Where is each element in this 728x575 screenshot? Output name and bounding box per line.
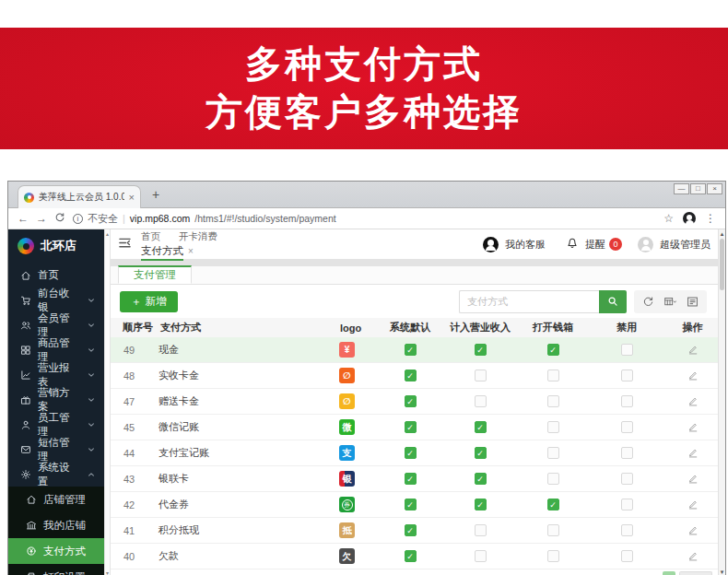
sidebar-subitem-0[interactable]: 店铺管理 xyxy=(8,487,104,512)
search-input[interactable] xyxy=(459,290,599,313)
scroll-down-icon[interactable]: ▾ xyxy=(721,569,724,575)
sidebar-item-0[interactable]: 首页 xyxy=(8,263,104,288)
search-button[interactable] xyxy=(599,290,627,313)
pagination-partial-active[interactable] xyxy=(663,571,675,575)
open-drawer-checkbox[interactable]: ✓ xyxy=(547,499,559,510)
sidebar-item-7[interactable]: 短信管理 xyxy=(8,437,104,462)
system-default-checkbox[interactable]: ✓ xyxy=(405,524,417,536)
system-default-checkbox[interactable]: ✓ xyxy=(405,447,417,459)
top-nav-link-1[interactable]: 开卡消费 xyxy=(179,230,217,242)
sidebar-item-6[interactable]: 员工管理 xyxy=(8,412,104,437)
count-revenue-checkbox[interactable] xyxy=(475,524,487,536)
open-drawer-checkbox[interactable] xyxy=(547,370,559,381)
open-drawer-checkbox[interactable]: ✓ xyxy=(547,344,559,356)
info-icon[interactable]: i xyxy=(73,214,83,224)
scroll-up-icon[interactable]: ▴ xyxy=(721,230,724,238)
edit-pencil-icon[interactable] xyxy=(687,370,699,382)
main-scrollbar[interactable]: ▴ ▾ xyxy=(718,229,725,575)
disabled-checkbox[interactable] xyxy=(621,421,633,433)
count-revenue-checkbox[interactable]: ✓ xyxy=(475,473,487,485)
disabled-checkbox[interactable] xyxy=(621,370,633,381)
forward-icon[interactable]: → xyxy=(36,212,47,225)
count-revenue-checkbox[interactable]: ✓ xyxy=(475,447,487,459)
open-drawer-checkbox[interactable] xyxy=(547,421,559,433)
open-drawer-checkbox[interactable] xyxy=(547,447,559,459)
edit-pencil-icon[interactable] xyxy=(687,395,699,408)
system-default-checkbox[interactable]: ✓ xyxy=(405,499,417,510)
close-button[interactable]: × xyxy=(707,183,722,194)
admin-avatar[interactable] xyxy=(638,237,653,252)
minimize-button[interactable]: — xyxy=(674,183,689,194)
maximize-button[interactable]: □ xyxy=(690,183,706,194)
disabled-checkbox[interactable] xyxy=(621,499,633,510)
disabled-checkbox[interactable] xyxy=(621,524,633,536)
system-default-checkbox[interactable]: ✓ xyxy=(405,395,417,407)
system-default-checkbox[interactable]: ✓ xyxy=(405,550,417,562)
refresh-icon[interactable] xyxy=(642,296,654,308)
edit-pencil-icon[interactable] xyxy=(687,499,699,511)
count-revenue-checkbox[interactable]: ✓ xyxy=(475,421,487,433)
disabled-checkbox[interactable] xyxy=(621,395,633,407)
sidebar-item-4[interactable]: 营业报表 xyxy=(8,362,104,387)
sidebar-item-3[interactable]: 商品管理 xyxy=(8,337,104,362)
edit-pencil-icon[interactable] xyxy=(687,550,699,563)
count-revenue-checkbox[interactable] xyxy=(475,395,487,407)
edit-pencil-icon[interactable] xyxy=(687,447,699,460)
open-drawer-checkbox[interactable] xyxy=(547,524,559,536)
disabled-checkbox[interactable] xyxy=(621,473,633,485)
collapse-menu-icon[interactable] xyxy=(118,236,132,253)
export-list-icon[interactable] xyxy=(687,296,699,308)
alerts-label[interactable]: 提醒 xyxy=(585,238,605,252)
count-revenue-checkbox[interactable]: ✓ xyxy=(475,499,487,510)
browser-profile-icon[interactable] xyxy=(683,212,696,225)
disabled-checkbox[interactable] xyxy=(621,344,633,356)
system-default-checkbox[interactable]: ✓ xyxy=(405,473,417,485)
disabled-checkbox[interactable] xyxy=(621,550,633,562)
tab-payment-management[interactable]: 支付管理 xyxy=(118,265,192,284)
sidebar-subitem-1[interactable]: 我的店铺 xyxy=(8,512,104,538)
edit-pencil-icon[interactable] xyxy=(687,344,699,357)
sidebar-subitem-3[interactable]: 打印设置 xyxy=(8,564,104,575)
count-revenue-checkbox[interactable] xyxy=(475,550,487,562)
browser-tab[interactable]: 美萍线上云会员 1.0.0 × xyxy=(18,185,141,208)
edit-pencil-icon[interactable] xyxy=(687,473,699,486)
chevron-down-icon xyxy=(85,418,97,430)
system-default-checkbox[interactable]: ✓ xyxy=(405,344,417,356)
sidebar-item-8[interactable]: 系统设置 xyxy=(8,462,104,487)
top-nav-link-0[interactable]: 首页 xyxy=(141,230,160,242)
system-default-checkbox[interactable]: ✓ xyxy=(405,421,417,433)
sidebar-item-2[interactable]: 会员管理 xyxy=(8,312,104,337)
back-icon[interactable]: ← xyxy=(18,212,29,225)
edit-pencil-icon[interactable] xyxy=(687,421,699,434)
bell-icon[interactable] xyxy=(566,237,579,252)
disabled-checkbox[interactable] xyxy=(621,447,633,459)
add-button[interactable]: ＋ 新增 xyxy=(120,291,178,312)
count-revenue-checkbox[interactable]: ✓ xyxy=(475,344,487,356)
count-revenue-checkbox[interactable] xyxy=(475,370,487,381)
reload-icon[interactable] xyxy=(54,212,65,226)
customer-service-icon[interactable] xyxy=(483,237,499,252)
bookmark-star-icon[interactable]: ☆ xyxy=(663,212,674,225)
customer-service-label[interactable]: 我的客服 xyxy=(505,238,546,252)
edit-pencil-icon[interactable] xyxy=(687,524,699,537)
scroll-up-icon[interactable]: ▴ xyxy=(106,230,109,237)
open-drawer-checkbox[interactable] xyxy=(547,550,559,562)
active-page-tab[interactable]: 支付方式 × xyxy=(141,244,217,261)
browser-menu-icon[interactable]: ⋮ xyxy=(705,212,716,225)
sidebar-subitem-2[interactable]: 支付方式 xyxy=(8,538,104,564)
sidebar-item-5[interactable]: 营销方案 xyxy=(8,387,104,412)
sidebar-scrollbar[interactable]: ▴ ▾ xyxy=(104,229,111,575)
columns-icon[interactable] xyxy=(664,296,676,308)
pagination-partial-next[interactable] xyxy=(679,571,712,575)
new-tab-button[interactable]: + xyxy=(152,187,159,202)
system-default-checkbox[interactable]: ✓ xyxy=(405,370,417,381)
scrollbar-thumb[interactable] xyxy=(720,239,724,290)
tab-close-icon[interactable]: × xyxy=(129,192,135,203)
sidebar-item-1[interactable]: 前台收银 xyxy=(8,288,104,312)
open-drawer-checkbox[interactable] xyxy=(547,395,559,407)
admin-name[interactable]: 超级管理员 xyxy=(660,238,710,252)
active-tab-close-icon[interactable]: × xyxy=(188,246,194,256)
url-box[interactable]: i 不安全 | vip.mp68.com/htms1/#!/studio/sys… xyxy=(73,212,656,226)
open-drawer-checkbox[interactable] xyxy=(547,473,559,485)
scroll-down-icon[interactable]: ▾ xyxy=(106,569,109,575)
